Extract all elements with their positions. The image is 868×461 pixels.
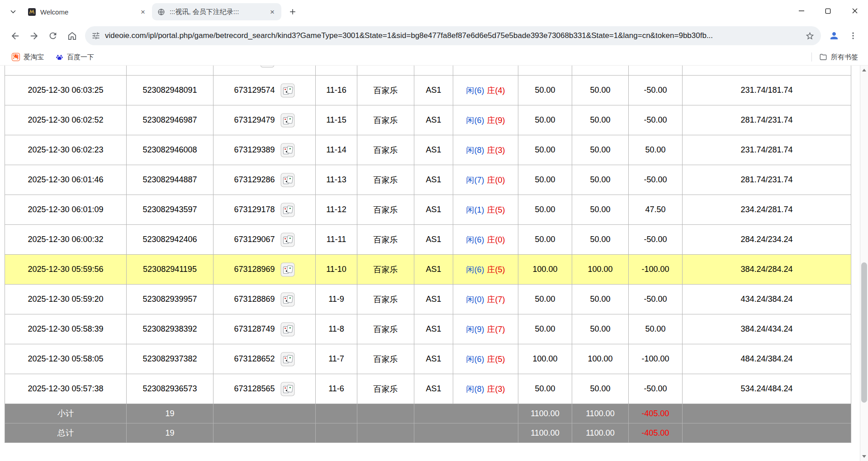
summary-bet-total: 1100.00: [518, 423, 572, 443]
game-detail-dice-icon[interactable]: [280, 203, 295, 217]
cell-valid-amount: 50.00: [572, 195, 629, 225]
cell-result: 闲(6)庄(4): [453, 76, 518, 105]
cell-bet-amount[interactable]: 50.00: [518, 195, 572, 225]
scrollbar-track[interactable]: [860, 75, 868, 452]
cell-order-no: 523082939957: [127, 285, 213, 314]
game-detail-dice-icon[interactable]: [280, 173, 295, 187]
table-row[interactable]: 2025-12-30 05:59:56 523082941195 6731289…: [5, 255, 851, 285]
cell-win-loss: -100.00: [629, 255, 683, 285]
kebab-menu-icon: [849, 31, 858, 40]
reload-button[interactable]: [43, 26, 62, 45]
tab-bet-record[interactable]: :::视讯, 会员下注纪录::: ×: [152, 3, 281, 20]
cell-order-no: 523082937382: [127, 344, 213, 374]
cell-bet-amount[interactable]: 50.00: [518, 374, 572, 404]
bookmark-star-button[interactable]: [802, 28, 817, 43]
game-detail-dice-icon[interactable]: [280, 382, 295, 396]
table-row[interactable]: 2025-12-30 05:58:39 523082938392 6731287…: [5, 314, 851, 344]
browser-titlebar: Welcome × :::视讯, 会员下注纪录::: ×: [0, 0, 868, 23]
cell-win-loss: 50.00: [629, 135, 683, 165]
cell-order-no: 523082946987: [127, 105, 213, 135]
tab-welcome[interactable]: Welcome ×: [23, 3, 152, 20]
tab-close-icon[interactable]: ×: [138, 6, 148, 17]
cell-bet-amount[interactable]: 50.00: [518, 285, 572, 314]
tab-title: :::视讯, 会员下注纪录:::: [170, 8, 267, 16]
address-bar[interactable]: videoie.com/ipl/portal.php/game/betrecor…: [85, 26, 821, 45]
table-row[interactable]: 2025-12-30 06:03:25 523082948091 6731295…: [5, 76, 851, 105]
summary-empty-cell: [683, 423, 851, 443]
cell-balance: 534.24/484.24: [683, 374, 851, 404]
scrollbar-thumb[interactable]: [861, 262, 867, 403]
vertical-scrollbar[interactable]: [860, 66, 868, 461]
game-detail-dice-icon[interactable]: [260, 66, 275, 68]
table-row[interactable]: 2025-12-30 05:58:05 523082937382 6731286…: [5, 344, 851, 374]
cell-balance: 281.74/231.74: [683, 105, 851, 135]
game-detail-dice-icon[interactable]: [280, 143, 295, 157]
cell-time: [5, 66, 127, 76]
new-tab-button[interactable]: [285, 4, 300, 19]
summary-win-loss-total: -405.00: [629, 404, 683, 423]
cell-bet-amount[interactable]: 100.00: [518, 255, 572, 285]
cell-bet-amount[interactable]: 100.00: [518, 344, 572, 374]
profile-button[interactable]: [825, 26, 844, 45]
cell-game-type: [357, 66, 414, 76]
scroll-up-button[interactable]: [860, 66, 868, 75]
forward-button[interactable]: [24, 26, 43, 45]
table-row[interactable]: 2025-12-30 05:57:38 523082936573 6731285…: [5, 374, 851, 404]
table-row[interactable]: [5, 66, 851, 76]
game-detail-dice-icon[interactable]: [280, 322, 295, 337]
bet-record-table-wrap: 2025-12-30 06:03:25 523082948091 6731295…: [5, 66, 851, 443]
cell-balance: 231.74/181.74: [683, 76, 851, 105]
bet-table-body: 2025-12-30 06:03:25 523082948091 6731295…: [5, 66, 851, 443]
cell-win-loss: 47.50: [629, 195, 683, 225]
table-row[interactable]: 2025-12-30 06:01:46 523082944887 6731292…: [5, 165, 851, 195]
game-detail-dice-icon[interactable]: [280, 233, 295, 247]
menu-button[interactable]: [844, 26, 863, 45]
cell-bet-amount[interactable]: 50.00: [518, 105, 572, 135]
cell-bet-amount[interactable]: 50.00: [518, 135, 572, 165]
cell-table-name: AS1: [414, 135, 453, 165]
cell-game-id: 673129067: [213, 225, 316, 255]
game-detail-dice-icon[interactable]: [280, 83, 295, 98]
cell-valid-amount: 50.00: [572, 285, 629, 314]
table-row[interactable]: 2025-12-30 06:02:23 523082946008 6731293…: [5, 135, 851, 165]
close-window-button[interactable]: [841, 0, 868, 22]
cell-balance: 234.24/281.74: [683, 195, 851, 225]
home-button[interactable]: [62, 26, 81, 45]
table-row[interactable]: 2025-12-30 05:59:20 523082939957 6731288…: [5, 285, 851, 314]
player-result: 闲(1): [466, 205, 484, 214]
cell-bet-amount[interactable]: 50.00: [518, 165, 572, 195]
table-row[interactable]: 2025-12-30 06:01:09 523082943597 6731291…: [5, 195, 851, 225]
cell-valid-amount: [572, 66, 629, 76]
tab-search-button[interactable]: [5, 4, 21, 19]
cell-round: 11-14: [316, 135, 357, 165]
cell-bet-amount[interactable]: 50.00: [518, 314, 572, 344]
window-controls: [788, 0, 868, 22]
table-row[interactable]: 2025-12-30 06:00:32 523082942406 6731290…: [5, 225, 851, 255]
game-detail-dice-icon[interactable]: [280, 352, 295, 366]
tab-close-icon[interactable]: ×: [267, 6, 278, 17]
game-detail-dice-icon[interactable]: [280, 292, 295, 307]
divider: [811, 52, 812, 62]
cell-game-type: 百家乐: [357, 374, 414, 404]
table-row[interactable]: 2025-12-30 06:02:52 523082946987 6731294…: [5, 105, 851, 135]
cell-bet-amount[interactable]: [518, 66, 572, 76]
cell-game-id: 673128969: [213, 255, 316, 285]
cell-game-id: 673128749: [213, 314, 316, 344]
maximize-button[interactable]: [815, 0, 841, 22]
game-detail-dice-icon[interactable]: [280, 113, 295, 128]
cell-bet-amount[interactable]: 50.00: [518, 76, 572, 105]
minimize-button[interactable]: [788, 0, 815, 22]
bookmark-taobao[interactable]: 淘 爱淘宝: [7, 51, 48, 63]
bookmark-baidu[interactable]: 百度一下: [51, 51, 99, 63]
scroll-down-button[interactable]: [860, 452, 868, 461]
back-button[interactable]: [5, 26, 24, 45]
cell-time: 2025-12-30 05:59:20: [5, 285, 127, 314]
cell-round: 11-9: [316, 285, 357, 314]
player-result: 闲(8): [466, 146, 484, 155]
url-text[interactable]: videoie.com/ipl/portal.php/game/betrecor…: [105, 31, 797, 40]
all-bookmarks-button[interactable]: 所有书签: [816, 51, 861, 63]
site-info-icon[interactable]: [91, 31, 100, 40]
cell-game-id: 673128652: [213, 344, 316, 374]
cell-bet-amount[interactable]: 50.00: [518, 225, 572, 255]
game-detail-dice-icon[interactable]: [280, 262, 295, 277]
